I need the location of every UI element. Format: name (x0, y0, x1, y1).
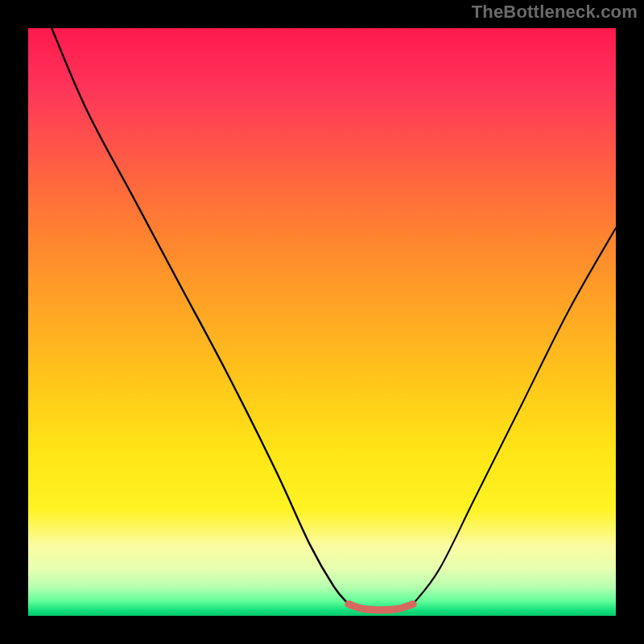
right-curve-path (413, 228, 616, 604)
flat-segment-path (349, 604, 413, 609)
attribution-text: TheBottleneck.com (472, 2, 638, 23)
left-curve-path (52, 28, 349, 604)
plot-area (28, 28, 616, 616)
curve-overlay (28, 28, 616, 616)
chart-container: TheBottleneck.com (0, 0, 644, 644)
